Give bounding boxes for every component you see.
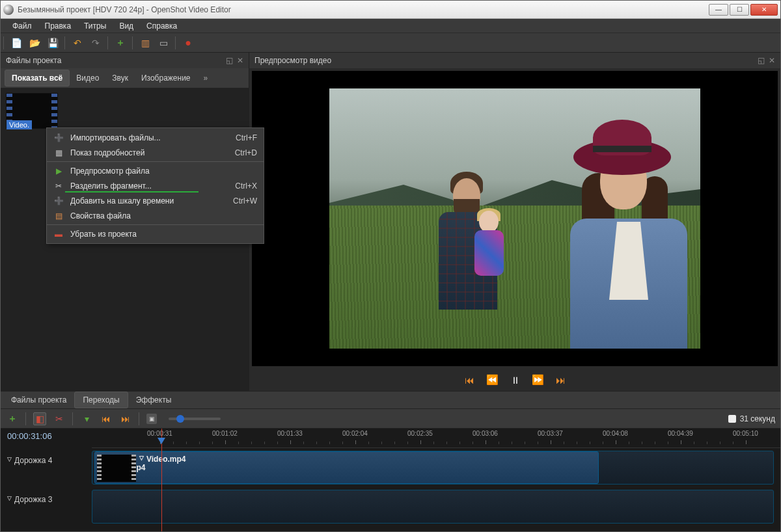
- new-project-icon[interactable]: 📄: [10, 36, 23, 49]
- pause-icon[interactable]: ⏸: [510, 375, 520, 386]
- toolbar-divider: [132, 36, 133, 49]
- window-title: Безымянный проект [HDV 720 24p] - OpenSh…: [18, 5, 709, 14]
- tab-more[interactable]: »: [197, 70, 215, 86]
- menu-item-label: Показ подробностей: [70, 148, 144, 157]
- menu-view[interactable]: Вид: [113, 20, 140, 33]
- menu-item-shortcut: Ctrl+D: [235, 148, 257, 157]
- zoom-display: 31 секунд: [728, 414, 775, 423]
- context-menu-item[interactable]: ▦Показ подробностейCtrl+D: [47, 145, 264, 160]
- zoom-indicator-icon: [728, 415, 736, 423]
- playhead[interactable]: [161, 429, 162, 531]
- rewind-icon[interactable]: ⏪: [486, 374, 499, 386]
- toolbar-divider: [64, 36, 66, 49]
- close-button[interactable]: ✕: [750, 4, 778, 16]
- redo-icon[interactable]: ↷: [89, 36, 102, 49]
- tab-show-all[interactable]: Показать всё: [5, 70, 70, 86]
- menu-item-icon: ✂: [53, 181, 64, 191]
- tab-audio[interactable]: Звук: [105, 70, 135, 86]
- context-menu-item[interactable]: ▤Свойства файла: [47, 208, 264, 223]
- track-4-label[interactable]: ▽Дорожка 4: [7, 453, 52, 487]
- menu-item-shortcut: Ctrl+W: [233, 196, 257, 206]
- timeline-clip[interactable]: ▽ Video.mp4 ▽Video.mp4: [94, 451, 599, 484]
- menu-item-icon: ▬: [53, 230, 64, 239]
- next-marker-icon[interactable]: ⏭: [119, 412, 132, 425]
- menu-item-shortcut: Ctrl+X: [235, 181, 257, 191]
- context-menu-item[interactable]: ▬Убрать из проекта: [47, 226, 264, 241]
- jump-end-icon[interactable]: ⏭: [556, 375, 566, 386]
- timeline[interactable]: 00:00:31:06 00:00:3100:01:0200:01:3300:0…: [1, 429, 780, 531]
- undo-icon[interactable]: ↶: [71, 36, 84, 49]
- menu-item-label: Предпросмотр файла: [70, 166, 150, 176]
- bottom-tabs: Файлы проекта Переходы Эффекты: [1, 391, 780, 409]
- snap-icon[interactable]: ◧: [33, 412, 46, 425]
- menu-edit[interactable]: Правка: [38, 20, 78, 33]
- ruler-label: 00:00:31: [147, 430, 172, 437]
- save-project-icon[interactable]: 💾: [46, 36, 59, 49]
- toolbar-divider: [3, 36, 5, 49]
- titlebar[interactable]: Безымянный проект [HDV 720 24p] - OpenSh…: [1, 1, 780, 19]
- tab-effects[interactable]: Эффекты: [128, 392, 180, 408]
- export-icon[interactable]: ●: [182, 36, 195, 49]
- menu-item-icon: ▦: [53, 148, 64, 157]
- fullscreen-icon[interactable]: ▭: [157, 36, 170, 49]
- menu-file[interactable]: Файл: [6, 20, 38, 33]
- ruler-label: 00:01:02: [212, 430, 238, 437]
- ruler-label: 00:03:37: [538, 430, 563, 437]
- preview-panel-header: Предпросмотр видео ◱✕: [249, 53, 780, 68]
- ruler-label: 00:03:06: [473, 430, 498, 437]
- preview-panel-title: Предпросмотр видео: [254, 56, 331, 65]
- menu-item-icon: ➕: [53, 196, 64, 206]
- file-thumbnail-label: Video.: [7, 120, 32, 129]
- tab-image[interactable]: Изображение: [135, 70, 197, 86]
- timeline-toolbar: ＋ ◧ ✂ ▾ ⏮ ⏭ ▣ 31 секунд: [1, 409, 780, 429]
- menu-item-icon: ➕: [53, 133, 64, 142]
- files-panel-title: Файлы проекта: [6, 56, 61, 65]
- context-menu-item[interactable]: ✂Разделить фрагмент...Ctrl+X: [47, 178, 264, 193]
- close-panel-icon[interactable]: ✕: [769, 56, 775, 65]
- zoom-slider[interactable]: [169, 418, 221, 420]
- context-menu-item[interactable]: ➕Добавить на шкалу времениCtrl+W: [47, 193, 264, 208]
- menu-item-label: Разделить фрагмент...: [70, 181, 152, 191]
- open-project-icon[interactable]: 📂: [28, 36, 41, 49]
- prev-marker-icon[interactable]: ⏮: [100, 412, 113, 425]
- ruler-label: 00:04:39: [668, 430, 693, 437]
- zoom-value: 31 секунд: [740, 414, 775, 423]
- track-4[interactable]: ▽ Video.mp4 ▽Video.mp4: [92, 451, 774, 485]
- detach-icon[interactable]: ◱: [758, 56, 765, 65]
- marker-icon[interactable]: ▾: [80, 412, 93, 425]
- toolbar-divider: [107, 36, 109, 49]
- import-icon[interactable]: ＋: [114, 36, 127, 49]
- context-menu-item[interactable]: ▶Предпросмотр файла: [47, 163, 264, 178]
- track-3[interactable]: [92, 490, 774, 524]
- app-window: Безымянный проект [HDV 720 24p] - OpenSh…: [0, 0, 781, 532]
- tab-transitions[interactable]: Переходы: [74, 392, 128, 408]
- context-menu-item[interactable]: ➕Импортировать файлы...Ctrl+F: [47, 130, 264, 145]
- menu-item-icon: ▶: [53, 166, 64, 176]
- menu-item-label: Добавить на шкалу времени: [70, 196, 174, 206]
- preview-viewport[interactable]: [252, 71, 778, 366]
- toolbar-divider: [175, 36, 176, 49]
- menu-titles[interactable]: Титры: [77, 20, 113, 33]
- menu-item-icon: ▤: [53, 211, 64, 220]
- profile-icon[interactable]: ▥: [139, 36, 152, 49]
- detach-icon[interactable]: ◱: [226, 56, 233, 65]
- center-playhead-icon[interactable]: ▣: [146, 414, 157, 424]
- file-filter-tabs: Показать всё Видео Звук Изображение »: [1, 68, 249, 88]
- forward-icon[interactable]: ⏩: [532, 374, 544, 386]
- playback-controls: ⏮ ⏪ ⏸ ⏩ ⏭: [249, 369, 780, 391]
- minimize-button[interactable]: —: [709, 4, 728, 16]
- track-3-label[interactable]: ▽Дорожка 3: [7, 492, 52, 526]
- add-track-icon[interactable]: ＋: [6, 412, 19, 425]
- razor-icon[interactable]: ✂: [53, 412, 66, 425]
- tab-project-files[interactable]: Файлы проекта: [3, 392, 74, 408]
- file-thumbnail[interactable]: Video.: [6, 93, 58, 129]
- menu-separator: [47, 224, 264, 225]
- ruler-label: 00:05:10: [733, 430, 758, 437]
- menu-help[interactable]: Справка: [140, 20, 184, 33]
- maximize-button[interactable]: ☐: [730, 4, 749, 16]
- tab-video[interactable]: Видео: [70, 70, 105, 86]
- timeline-ruler[interactable]: 00:00:3100:01:0200:01:3300:02:0400:02:35…: [92, 429, 780, 448]
- close-panel-icon[interactable]: ✕: [237, 56, 243, 65]
- menu-separator: [47, 161, 264, 162]
- jump-start-icon[interactable]: ⏮: [465, 375, 474, 386]
